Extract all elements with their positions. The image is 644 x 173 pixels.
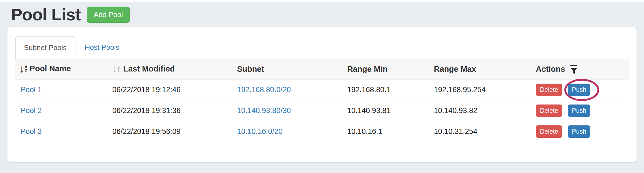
tab-subnet-pools-label: Subnet Pools <box>24 43 67 52</box>
range-max-value: 10.10.31.254 <box>428 121 530 142</box>
filter-icon[interactable] <box>570 65 578 75</box>
range-max-value: 10.140.93.82 <box>428 100 530 121</box>
push-button[interactable]: Push <box>568 125 590 138</box>
tab-host-pools[interactable]: Host Pools <box>77 36 128 59</box>
tab-subnet-pools[interactable]: Subnet Pools <box>15 36 75 59</box>
delete-button[interactable]: Delete <box>536 84 562 96</box>
pool-name-link[interactable]: Pool 3 <box>21 127 42 136</box>
last-modified-value: 06/22/2018 19:12:46 <box>107 79 232 100</box>
push-button[interactable]: Push <box>568 105 590 117</box>
last-modified-value: 06/22/2018 19:31:36 <box>107 100 232 121</box>
delete-button[interactable]: Delete <box>536 125 562 138</box>
range-min-value: 192.168.80.1 <box>342 79 428 100</box>
delete-button[interactable]: Delete <box>536 105 562 117</box>
column-header-range-max[interactable]: Range Max <box>428 59 530 79</box>
add-pool-button[interactable]: Add Pool <box>87 7 130 23</box>
pool-name-link[interactable]: Pool 2 <box>21 106 42 115</box>
column-header-subnet[interactable]: Subnet <box>232 59 342 79</box>
push-button[interactable]: Push <box>568 84 590 96</box>
table-row: Pool 1 06/22/2018 19:12:46 192.168.80.0/… <box>15 79 629 100</box>
last-modified-value: 06/22/2018 19:56:09 <box>107 121 232 142</box>
range-min-value: 10.10.16.1 <box>342 121 428 142</box>
pool-name-link[interactable]: Pool 1 <box>21 86 42 94</box>
column-header-pool-name[interactable]: ↓AZ Pool Name <box>15 59 107 79</box>
range-max-value: 192.168.95.254 <box>428 79 530 100</box>
column-header-range-min[interactable]: Range Min <box>342 59 428 79</box>
tab-bar: Subnet Pools Host Pools <box>15 36 629 59</box>
page-header: Pool List Add Pool <box>11 6 130 23</box>
page-title: Pool List <box>11 6 81 23</box>
sort-alpha-down-icon[interactable]: ↓AZ <box>19 65 28 73</box>
range-min-value: 10.140.93.81 <box>342 100 428 121</box>
column-header-actions: Actions <box>530 59 629 79</box>
sort-updown-icon[interactable]: ↓↑ <box>112 65 120 73</box>
pool-list-panel: Subnet Pools Host Pools ↓AZ Pool Name ↓↑ <box>7 27 637 162</box>
subnet-link[interactable]: 192.168.80.0/20 <box>237 86 291 94</box>
top-strip <box>0 0 644 2</box>
subnet-link[interactable]: 10.10.16.0/20 <box>237 127 282 136</box>
table-row: Pool 2 06/22/2018 19:31:36 10.140.93.80/… <box>15 100 629 121</box>
subnet-link[interactable]: 10.140.93.80/30 <box>237 106 291 115</box>
column-header-last-modified[interactable]: ↓↑ Last Modified <box>107 59 232 79</box>
subnet-pools-table: ↓AZ Pool Name ↓↑ Last Modified Subnet Ra… <box>15 59 629 142</box>
tab-host-pools-label: Host Pools <box>85 43 119 52</box>
table-row: Pool 3 06/22/2018 19:56:09 10.10.16.0/20… <box>15 121 629 142</box>
table-header-row: ↓AZ Pool Name ↓↑ Last Modified Subnet Ra… <box>15 59 629 79</box>
